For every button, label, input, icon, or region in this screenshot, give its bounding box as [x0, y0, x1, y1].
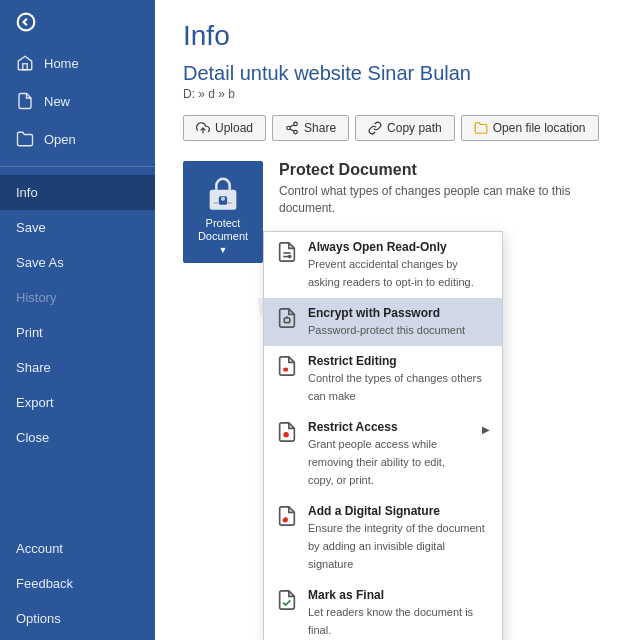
sidebar-item-save-as-label: Save As — [16, 255, 64, 270]
svg-line-7 — [290, 125, 294, 127]
sidebar-item-new[interactable]: New — [0, 82, 155, 120]
open-icon — [16, 130, 34, 148]
page-title: Info — [183, 20, 604, 52]
sidebar-item-info-label: Info — [16, 185, 38, 200]
sidebar-item-save-label: Save — [16, 220, 46, 235]
sidebar-item-info[interactable]: Info — [0, 175, 155, 210]
sidebar-item-home[interactable]: Home — [0, 44, 155, 82]
dropdown-mark-as-final[interactable]: Mark as Final Let readers know the docum… — [264, 580, 502, 640]
open-file-location-label: Open file location — [493, 121, 586, 135]
digital-signature-desc: Ensure the integrity of the document by … — [308, 522, 485, 570]
sidebar-item-close[interactable]: Close — [0, 420, 155, 455]
sidebar-item-export[interactable]: Export — [0, 385, 155, 420]
dropdown-menu: Always Open Read-Only Prevent accidental… — [263, 231, 503, 640]
protect-section: Protect Document ▼ Protect Document Cont… — [183, 161, 604, 285]
always-read-only-desc: Prevent accidental changes by asking rea… — [308, 258, 474, 288]
sidebar-item-print-label: Print — [16, 325, 43, 340]
restrict-access-title: Restrict Access — [308, 420, 472, 434]
sidebar-item-account-label: Account — [16, 541, 63, 556]
share-button[interactable]: Share — [272, 115, 349, 141]
encrypt-password-icon — [276, 307, 298, 329]
always-read-only-icon — [276, 241, 298, 263]
upload-button[interactable]: Upload — [183, 115, 266, 141]
folder-icon — [474, 121, 488, 135]
svg-point-3 — [294, 122, 298, 126]
doc-path: D: » d » b — [183, 87, 604, 101]
restrict-editing-desc: Control the types of changes others can … — [308, 372, 482, 402]
link-icon — [368, 121, 382, 135]
dropdown-restrict-editing[interactable]: Restrict Editing Control the types of ch… — [264, 346, 502, 412]
back-button[interactable] — [0, 0, 155, 44]
protect-label: Protect Document — [198, 217, 248, 243]
sidebar-item-share[interactable]: Share — [0, 350, 155, 385]
svg-rect-15 — [284, 318, 290, 323]
svg-rect-16 — [283, 368, 288, 372]
copy-path-label: Copy path — [387, 121, 442, 135]
encrypt-password-title: Encrypt with Password — [308, 306, 490, 320]
share-label: Share — [304, 121, 336, 135]
sidebar-item-share-label: Share — [16, 360, 51, 375]
toolbar: Upload Share Copy path Open file locatio… — [183, 115, 604, 141]
sidebar-item-save-as[interactable]: Save As — [0, 245, 155, 280]
open-file-location-button[interactable]: Open file location — [461, 115, 599, 141]
sidebar-item-close-label: Close — [16, 430, 49, 445]
sidebar-item-history: History — [0, 280, 155, 315]
svg-point-10 — [221, 197, 225, 201]
sidebar-item-account[interactable]: Account — [0, 531, 155, 566]
mark-as-final-icon — [276, 589, 298, 611]
sidebar-item-home-label: Home — [44, 56, 79, 71]
sidebar-item-options[interactable]: Options — [0, 601, 155, 636]
upload-label: Upload — [215, 121, 253, 135]
mark-as-final-desc: Let readers know the document is final. — [308, 606, 473, 636]
main-content: Info Detail untuk website Sinar Bulan D:… — [155, 0, 632, 640]
sidebar-item-feedback[interactable]: Feedback — [0, 566, 155, 601]
dropdown-encrypt-password[interactable]: Encrypt with Password Password-protect t… — [264, 298, 502, 346]
svg-rect-1 — [23, 64, 28, 70]
svg-point-17 — [283, 432, 289, 438]
protect-description: Control what types of changes people can… — [279, 183, 604, 217]
protect-document-icon — [203, 173, 243, 213]
new-icon — [16, 92, 34, 110]
protect-document-button[interactable]: Protect Document ▼ — [183, 161, 263, 263]
sidebar-item-export-label: Export — [16, 395, 54, 410]
restrict-access-desc: Grant people access while removing their… — [308, 438, 445, 486]
sidebar: Home New Open Info Save Save As — [0, 0, 155, 640]
sidebar-item-open-label: Open — [44, 132, 76, 147]
sidebar-nav: Home New Open Info Save Save As — [0, 44, 155, 531]
sidebar-item-new-label: New — [44, 94, 70, 109]
digital-signature-title: Add a Digital Signature — [308, 504, 490, 518]
always-read-only-title: Always Open Read-Only — [308, 240, 490, 254]
dropdown-always-read-only[interactable]: Always Open Read-Only Prevent accidental… — [264, 232, 502, 298]
sidebar-item-options-label: Options — [16, 611, 61, 626]
home-icon — [16, 54, 34, 72]
sidebar-bottom: Account Feedback Options — [0, 531, 155, 640]
svg-point-5 — [294, 130, 298, 134]
sidebar-item-save[interactable]: Save — [0, 210, 155, 245]
mark-as-final-title: Mark as Final — [308, 588, 490, 602]
svg-point-4 — [287, 126, 291, 130]
restrict-editing-title: Restrict Editing — [308, 354, 490, 368]
encrypt-password-desc: Password-protect this document — [308, 324, 465, 336]
share-icon — [285, 121, 299, 135]
doc-title: Detail untuk website Sinar Bulan — [183, 62, 604, 85]
dropdown-restrict-access[interactable]: Restrict Access Grant people access whil… — [264, 412, 502, 496]
svg-line-6 — [290, 129, 294, 131]
sidebar-item-history-label: History — [16, 290, 56, 305]
sidebar-item-open[interactable]: Open — [0, 120, 155, 158]
protect-dropdown-arrow: ▼ — [219, 245, 228, 255]
sidebar-item-feedback-label: Feedback — [16, 576, 73, 591]
restrict-access-arrow: ▶ — [482, 424, 490, 435]
dropdown-digital-signature[interactable]: Add a Digital Signature Ensure the integ… — [264, 496, 502, 580]
copy-path-button[interactable]: Copy path — [355, 115, 455, 141]
svg-point-0 — [18, 14, 35, 31]
restrict-editing-icon — [276, 355, 298, 377]
digital-signature-icon — [276, 505, 298, 527]
restrict-access-icon — [276, 421, 298, 443]
upload-icon — [196, 121, 210, 135]
sidebar-item-print[interactable]: Print — [0, 315, 155, 350]
protect-title: Protect Document — [279, 161, 604, 179]
